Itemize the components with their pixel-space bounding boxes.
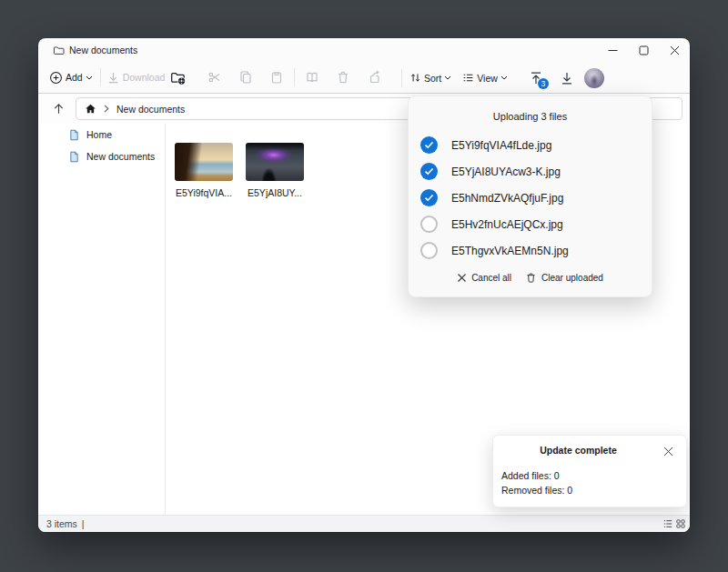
clear-uploaded-button[interactable]: Clear uploaded [525, 272, 603, 284]
upload-file-name: E5ThgvxVkAEMn5N.jpg [451, 245, 569, 257]
upload-item: E5Hv2fnUcAEjQCx.jpg [409, 211, 652, 237]
sidebar-item-home[interactable]: Home [38, 124, 165, 146]
download-icon [106, 71, 120, 85]
rename-button[interactable] [297, 65, 328, 89]
open-book-icon [305, 70, 319, 85]
items-count: 3 items [46, 518, 77, 529]
breadcrumb-current[interactable]: New documents [116, 104, 185, 115]
share-button[interactable] [359, 65, 389, 89]
removed-files-line: Removed files: 0 [501, 485, 675, 496]
close-button[interactable] [659, 38, 690, 62]
chevron-down-icon [86, 75, 93, 80]
upload-count-badge: 3 [538, 78, 549, 89]
titlebar: New documents [38, 38, 690, 62]
toolbar-separator [100, 68, 101, 86]
sidebar: Home New documents [38, 124, 166, 515]
window-title: New documents [69, 45, 137, 55]
upload-status-button[interactable]: 3 [521, 66, 551, 90]
paste-button[interactable] [261, 65, 292, 89]
notification-title: Update complete [501, 445, 655, 456]
update-notification: Update complete Added files: 0 Removed f… [492, 435, 687, 507]
view-button[interactable]: View [457, 66, 513, 90]
file-tile[interactable]: E5YjAI8UY... [246, 143, 304, 198]
details-view-icon[interactable] [663, 519, 672, 528]
upload-file-name: E5Yi9fqVIA4fLde.jpg [451, 139, 551, 152]
file-name: E5Yi9fqVIA... [176, 187, 232, 198]
file-thumbnail [246, 143, 304, 181]
toolbar-separator [401, 69, 402, 87]
chevron-right-icon [104, 105, 109, 113]
sort-icon [410, 72, 421, 84]
file-tile[interactable]: E5Yi9fqVIA... [175, 143, 233, 198]
tiles-view-icon[interactable] [676, 519, 685, 528]
view-list-icon [462, 72, 474, 84]
upload-file-name: E5YjAI8UYAcw3-K.jpg [451, 166, 561, 178]
download-tray-icon [560, 71, 574, 85]
add-icon [49, 71, 63, 85]
cut-icon [207, 70, 222, 85]
new-folder-button[interactable] [168, 65, 199, 89]
download-button[interactable]: Download [103, 65, 169, 89]
trash-icon [336, 70, 350, 85]
minimize-button[interactable] [597, 38, 628, 62]
chevron-down-icon [444, 75, 451, 80]
maximize-button[interactable] [628, 38, 659, 62]
file-thumbnail [175, 143, 233, 181]
status-separator: | [82, 518, 85, 529]
x-icon [457, 273, 467, 283]
folder-icon [53, 45, 65, 56]
document-icon [68, 151, 80, 163]
upload-panel-title: Uploading 3 files [409, 111, 652, 122]
window-controls [597, 38, 690, 62]
check-circle-icon [420, 136, 438, 154]
sort-button[interactable]: Sort [404, 66, 457, 90]
document-icon [68, 129, 80, 141]
sync-download-button[interactable] [551, 66, 582, 90]
toolbar: Add Download [38, 62, 690, 94]
home-icon [85, 103, 96, 115]
add-button[interactable]: Add [44, 65, 98, 89]
copy-icon [238, 70, 253, 85]
paste-icon [269, 70, 284, 85]
chevron-down-icon [500, 75, 508, 80]
statusbar: 3 items | [38, 515, 690, 532]
upload-item: E5hNmdZVkAQfjuF.jpg [409, 185, 652, 211]
cancel-all-button[interactable]: Cancel all [457, 272, 511, 284]
pending-circle-icon [420, 242, 438, 259]
delete-button[interactable] [328, 65, 359, 89]
user-avatar[interactable] [584, 68, 604, 88]
toolbar-separator [294, 68, 295, 86]
file-name: E5YjAI8UY... [248, 187, 302, 198]
added-files-line: Added files: 0 [501, 470, 675, 481]
notification-close-icon[interactable] [661, 444, 675, 458]
upload-item: E5ThgvxVkAEMn5N.jpg [409, 237, 652, 264]
check-circle-icon [420, 163, 438, 180]
upload-file-name: E5hNmdZVkAQfjuF.jpg [451, 192, 563, 205]
copy-button[interactable] [230, 65, 261, 89]
upload-progress-panel: Uploading 3 files E5Yi9fqVIA4fLde.jpg E5… [408, 95, 652, 297]
navigate-up-button[interactable] [46, 97, 71, 121]
upload-item: E5YjAI8UYAcw3-K.jpg [409, 158, 652, 185]
share-icon [367, 70, 381, 85]
check-circle-icon [420, 189, 438, 206]
pending-circle-icon [420, 216, 438, 233]
cut-button[interactable] [199, 65, 230, 89]
upload-file-name: E5Hv2fnUcAEjQCx.jpg [451, 218, 563, 231]
sidebar-item-new-documents[interactable]: New documents [38, 146, 165, 167]
new-folder-icon [170, 70, 186, 85]
upload-item: E5Yi9fqVIA4fLde.jpg [409, 132, 652, 158]
trash-icon [525, 272, 537, 284]
